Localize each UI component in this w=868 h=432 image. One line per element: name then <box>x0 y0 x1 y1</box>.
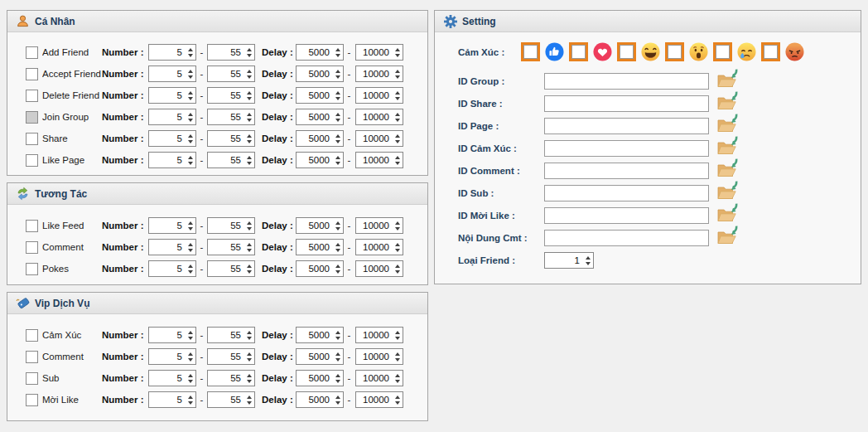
spinner-down-button[interactable] <box>335 162 340 165</box>
spinner-buttons[interactable] <box>244 392 254 407</box>
spinner-up-button[interactable] <box>395 70 400 73</box>
number-max-spinner[interactable]: 55 <box>207 44 255 61</box>
delay-max-spinner[interactable]: 10000 <box>355 130 403 147</box>
spinner-down-button[interactable] <box>395 249 400 252</box>
spinner-up-button[interactable] <box>188 156 193 159</box>
spinner-buttons[interactable] <box>332 88 343 103</box>
number-max-spinner[interactable]: 55 <box>207 239 255 255</box>
service-checkbox[interactable] <box>26 351 38 363</box>
spinner-down-button[interactable] <box>335 97 340 100</box>
spinner-buttons[interactable] <box>392 328 403 342</box>
delay-min-spinner[interactable]: 5000 <box>296 348 344 365</box>
delay-min-spinner[interactable]: 5000 <box>296 44 344 61</box>
spinner-buttons[interactable] <box>244 88 254 103</box>
spinner-buttons[interactable] <box>185 328 195 342</box>
spinner-up-button[interactable] <box>395 156 400 159</box>
spinner-up-button[interactable] <box>586 256 591 260</box>
spinner-up-button[interactable] <box>395 374 400 377</box>
service-checkbox[interactable] <box>26 372 38 385</box>
spinner-up-button[interactable] <box>188 331 193 334</box>
spinner-up-button[interactable] <box>188 134 193 138</box>
spinner-buttons[interactable] <box>392 261 403 276</box>
spinner-up-button[interactable] <box>395 331 400 334</box>
delay-max-spinner[interactable]: 10000 <box>355 44 403 61</box>
spinner-down-button[interactable] <box>395 401 400 405</box>
spinner-up-button[interactable] <box>188 243 193 246</box>
service-checkbox[interactable] <box>26 111 38 124</box>
spinner-up-button[interactable] <box>188 221 193 225</box>
spinner-buttons[interactable] <box>185 88 195 103</box>
spinner-up-button[interactable] <box>335 265 340 268</box>
number-min-spinner[interactable]: 5 <box>148 109 196 125</box>
spinner-buttons[interactable] <box>185 349 195 364</box>
spinner-down-button[interactable] <box>335 249 340 252</box>
spinner-up-button[interactable] <box>395 396 400 399</box>
spinner-down-button[interactable] <box>335 380 340 383</box>
spinner-buttons[interactable] <box>332 109 343 124</box>
spinner-up-button[interactable] <box>395 134 400 138</box>
delay-min-spinner[interactable]: 5000 <box>296 217 344 234</box>
spinner-up-button[interactable] <box>188 374 193 377</box>
spinner-up-button[interactable] <box>335 243 340 246</box>
spinner-buttons[interactable] <box>392 109 403 124</box>
spinner-buttons[interactable] <box>392 349 403 364</box>
number-max-spinner[interactable]: 55 <box>207 370 255 386</box>
delay-max-spinner[interactable]: 10000 <box>355 239 403 255</box>
spinner-up-button[interactable] <box>188 48 193 51</box>
spinner-buttons[interactable] <box>185 392 195 407</box>
spinner-down-button[interactable] <box>335 227 340 231</box>
spinner-buttons[interactable] <box>332 392 343 407</box>
spinner-buttons[interactable] <box>392 240 403 255</box>
spinner-down-button[interactable] <box>188 54 193 57</box>
reaction-angry-checkbox[interactable] <box>761 42 780 61</box>
spinner-up-button[interactable] <box>247 331 252 334</box>
spinner-down-button[interactable] <box>247 119 252 122</box>
delay-max-spinner[interactable]: 10000 <box>355 217 403 234</box>
number-max-spinner[interactable]: 55 <box>207 87 255 104</box>
spinner-up-button[interactable] <box>335 113 340 116</box>
spinner-down-button[interactable] <box>586 262 591 265</box>
number-min-spinner[interactable]: 5 <box>148 44 196 61</box>
spinner-buttons[interactable] <box>185 261 195 276</box>
spinner-up-button[interactable] <box>188 113 193 116</box>
spinner-buttons[interactable] <box>244 131 254 146</box>
spinner-up-button[interactable] <box>395 221 400 225</box>
open-file-button[interactable] <box>716 113 738 135</box>
spinner-down-button[interactable] <box>335 119 340 122</box>
spinner-down-button[interactable] <box>188 249 193 252</box>
id-field-input[interactable] <box>544 185 709 201</box>
spinner-buttons[interactable] <box>185 131 195 146</box>
open-file-button[interactable] <box>716 135 738 158</box>
spinner-buttons[interactable] <box>185 218 195 233</box>
spinner-down-button[interactable] <box>247 140 252 143</box>
spinner-down-button[interactable] <box>188 162 193 165</box>
number-max-spinner[interactable]: 55 <box>207 327 255 343</box>
number-min-spinner[interactable]: 5 <box>148 370 196 386</box>
spinner-down-button[interactable] <box>188 270 193 274</box>
spinner-buttons[interactable] <box>244 66 254 81</box>
spinner-down-button[interactable] <box>335 54 340 57</box>
spinner-buttons[interactable] <box>244 371 254 386</box>
spinner-buttons[interactable] <box>332 371 343 386</box>
spinner-up-button[interactable] <box>188 352 193 356</box>
spinner-buttons[interactable] <box>582 253 593 268</box>
spinner-buttons[interactable] <box>244 153 254 167</box>
spinner-buttons[interactable] <box>392 218 403 233</box>
spinner-down-button[interactable] <box>247 227 252 231</box>
loai-friend-spinner[interactable]: 1 <box>544 252 594 269</box>
id-field-input[interactable] <box>544 73 709 90</box>
spinner-buttons[interactable] <box>332 240 343 255</box>
spinner-up-button[interactable] <box>247 48 252 51</box>
delay-max-spinner[interactable]: 10000 <box>355 109 403 125</box>
number-min-spinner[interactable]: 5 <box>148 87 196 104</box>
spinner-down-button[interactable] <box>395 140 400 143</box>
id-field-input[interactable] <box>544 95 709 112</box>
spinner-down-button[interactable] <box>247 54 252 57</box>
spinner-up-button[interactable] <box>247 221 252 225</box>
spinner-buttons[interactable] <box>332 66 343 81</box>
reaction-like-checkbox[interactable] <box>521 42 540 61</box>
number-min-spinner[interactable]: 5 <box>148 348 196 365</box>
spinner-down-button[interactable] <box>395 75 400 79</box>
spinner-up-button[interactable] <box>395 265 400 268</box>
number-max-spinner[interactable]: 55 <box>207 130 255 147</box>
